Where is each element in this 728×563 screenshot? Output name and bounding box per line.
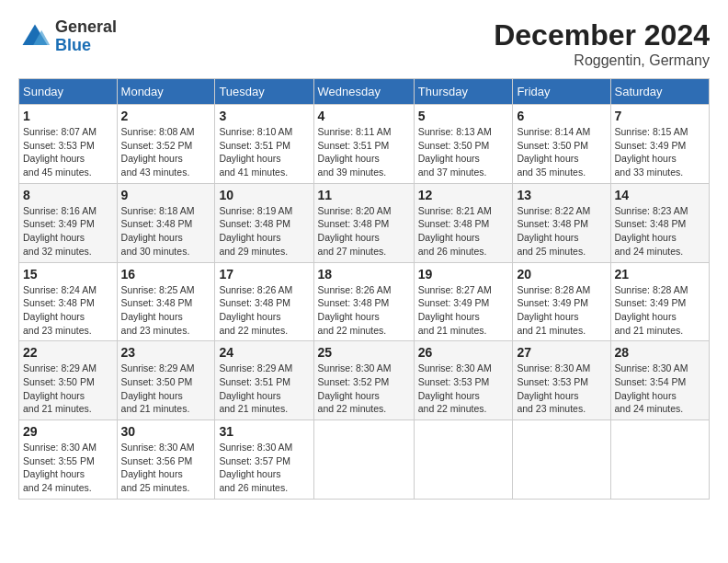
table-row: 18 Sunrise: 8:26 AM Sunset: 3:48 PM Dayl… (313, 262, 414, 341)
header-tuesday: Tuesday (215, 79, 313, 105)
day-number: 21 (615, 267, 705, 282)
table-row: 27 Sunrise: 8:30 AM Sunset: 3:53 PM Dayl… (513, 341, 610, 420)
calendar-header-row: Sunday Monday Tuesday Wednesday Thursday… (19, 79, 710, 105)
day-info: Sunrise: 8:30 AM Sunset: 3:52 PM Dayligh… (318, 362, 410, 416)
table-row: 28 Sunrise: 8:30 AM Sunset: 3:54 PM Dayl… (610, 341, 709, 420)
day-info: Sunrise: 8:23 AM Sunset: 3:48 PM Dayligh… (615, 204, 705, 259)
day-info: Sunrise: 8:30 AM Sunset: 3:53 PM Dayligh… (418, 362, 509, 416)
table-row: 5 Sunrise: 8:13 AM Sunset: 3:50 PM Dayli… (414, 105, 513, 184)
day-info: Sunrise: 8:18 AM Sunset: 3:48 PM Dayligh… (121, 204, 211, 259)
day-info: Sunrise: 8:28 AM Sunset: 3:49 PM Dayligh… (517, 283, 606, 338)
table-row: 1 Sunrise: 8:07 AM Sunset: 3:53 PM Dayli… (19, 105, 118, 184)
table-row: 3 Sunrise: 8:10 AM Sunset: 3:51 PM Dayli… (215, 105, 313, 184)
day-number: 19 (418, 267, 509, 282)
day-info: Sunrise: 8:29 AM Sunset: 3:51 PM Dayligh… (219, 362, 309, 416)
table-row: 16 Sunrise: 8:25 AM Sunset: 3:48 PM Dayl… (117, 262, 215, 341)
day-info: Sunrise: 8:08 AM Sunset: 3:52 PM Dayligh… (121, 125, 211, 179)
day-number: 25 (318, 345, 410, 360)
day-info: Sunrise: 8:16 AM Sunset: 3:49 PM Dayligh… (23, 204, 113, 259)
table-row: 9 Sunrise: 8:18 AM Sunset: 3:48 PM Dayli… (117, 183, 215, 262)
day-info: Sunrise: 8:29 AM Sunset: 3:50 PM Dayligh… (23, 362, 113, 416)
day-number: 15 (23, 267, 113, 282)
calendar-week-1: 1 Sunrise: 8:07 AM Sunset: 3:53 PM Dayli… (19, 105, 710, 184)
table-row: 6 Sunrise: 8:14 AM Sunset: 3:50 PM Dayli… (513, 105, 610, 184)
day-number: 31 (219, 424, 309, 439)
day-number: 12 (418, 188, 509, 202)
day-info: Sunrise: 8:11 AM Sunset: 3:51 PM Dayligh… (318, 125, 410, 179)
table-row: 22 Sunrise: 8:29 AM Sunset: 3:50 PM Dayl… (19, 341, 118, 420)
day-number: 22 (23, 345, 113, 360)
day-info: Sunrise: 8:25 AM Sunset: 3:48 PM Dayligh… (121, 283, 211, 338)
table-row (610, 420, 709, 500)
table-row (513, 420, 610, 500)
table-row: 4 Sunrise: 8:11 AM Sunset: 3:51 PM Dayli… (313, 105, 414, 184)
day-info: Sunrise: 8:26 AM Sunset: 3:48 PM Dayligh… (219, 283, 309, 338)
day-info: Sunrise: 8:26 AM Sunset: 3:48 PM Dayligh… (318, 283, 410, 338)
day-info: Sunrise: 8:22 AM Sunset: 3:48 PM Dayligh… (517, 204, 606, 259)
day-info: Sunrise: 8:28 AM Sunset: 3:49 PM Dayligh… (615, 283, 705, 338)
header-monday: Monday (117, 79, 215, 105)
table-row: 7 Sunrise: 8:15 AM Sunset: 3:49 PM Dayli… (610, 105, 709, 184)
day-number: 26 (418, 345, 509, 360)
day-number: 3 (219, 109, 309, 123)
logo-blue-text: Blue (55, 37, 117, 55)
table-row: 8 Sunrise: 8:16 AM Sunset: 3:49 PM Dayli… (19, 183, 118, 262)
day-number: 24 (219, 345, 309, 360)
day-info: Sunrise: 8:30 AM Sunset: 3:56 PM Dayligh… (121, 441, 211, 495)
table-row (313, 420, 414, 500)
day-number: 10 (219, 188, 309, 202)
header-saturday: Saturday (610, 79, 709, 105)
table-row: 30 Sunrise: 8:30 AM Sunset: 3:56 PM Dayl… (117, 420, 215, 500)
table-row: 19 Sunrise: 8:27 AM Sunset: 3:49 PM Dayl… (414, 262, 513, 341)
page-header: General Blue December 2024 Roggentin, Ge… (18, 18, 710, 69)
day-number: 8 (23, 188, 113, 202)
day-number: 18 (318, 267, 410, 282)
day-info: Sunrise: 8:30 AM Sunset: 3:57 PM Dayligh… (219, 441, 309, 495)
table-row: 13 Sunrise: 8:22 AM Sunset: 3:48 PM Dayl… (513, 183, 610, 262)
logo-icon (18, 20, 51, 53)
day-info: Sunrise: 8:14 AM Sunset: 3:50 PM Dayligh… (517, 125, 606, 179)
day-number: 17 (219, 267, 309, 282)
day-number: 6 (517, 109, 606, 123)
calendar-week-5: 29 Sunrise: 8:30 AM Sunset: 3:55 PM Dayl… (19, 420, 710, 500)
logo: General Blue (18, 18, 117, 55)
day-number: 13 (517, 188, 606, 202)
table-row: 12 Sunrise: 8:21 AM Sunset: 3:48 PM Dayl… (414, 183, 513, 262)
day-info: Sunrise: 8:20 AM Sunset: 3:48 PM Dayligh… (318, 204, 410, 259)
table-row: 25 Sunrise: 8:30 AM Sunset: 3:52 PM Dayl… (313, 341, 414, 420)
table-row (414, 420, 513, 500)
table-row: 14 Sunrise: 8:23 AM Sunset: 3:48 PM Dayl… (610, 183, 709, 262)
day-info: Sunrise: 8:24 AM Sunset: 3:48 PM Dayligh… (23, 283, 113, 338)
day-info: Sunrise: 8:13 AM Sunset: 3:50 PM Dayligh… (418, 125, 509, 179)
day-number: 9 (121, 188, 211, 202)
table-row: 21 Sunrise: 8:28 AM Sunset: 3:49 PM Dayl… (610, 262, 709, 341)
day-number: 20 (517, 267, 606, 282)
day-info: Sunrise: 8:10 AM Sunset: 3:51 PM Dayligh… (219, 125, 309, 179)
table-row: 17 Sunrise: 8:26 AM Sunset: 3:48 PM Dayl… (215, 262, 313, 341)
table-row: 26 Sunrise: 8:30 AM Sunset: 3:53 PM Dayl… (414, 341, 513, 420)
day-number: 23 (121, 345, 211, 360)
calendar-table: Sunday Monday Tuesday Wednesday Thursday… (18, 78, 710, 500)
table-row: 10 Sunrise: 8:19 AM Sunset: 3:48 PM Dayl… (215, 183, 313, 262)
table-row: 24 Sunrise: 8:29 AM Sunset: 3:51 PM Dayl… (215, 341, 313, 420)
logo-general-text: General (55, 18, 117, 37)
day-number: 7 (615, 109, 705, 123)
month-title: December 2024 (494, 18, 710, 52)
day-number: 29 (23, 424, 113, 439)
day-info: Sunrise: 8:07 AM Sunset: 3:53 PM Dayligh… (23, 125, 113, 179)
header-sunday: Sunday (19, 79, 118, 105)
table-row: 23 Sunrise: 8:29 AM Sunset: 3:50 PM Dayl… (117, 341, 215, 420)
day-info: Sunrise: 8:30 AM Sunset: 3:54 PM Dayligh… (615, 362, 705, 416)
day-info: Sunrise: 8:30 AM Sunset: 3:53 PM Dayligh… (517, 362, 606, 416)
day-info: Sunrise: 8:15 AM Sunset: 3:49 PM Dayligh… (615, 125, 705, 179)
day-number: 5 (418, 109, 509, 123)
day-number: 2 (121, 109, 211, 123)
day-number: 4 (318, 109, 410, 123)
day-number: 27 (517, 345, 606, 360)
day-info: Sunrise: 8:27 AM Sunset: 3:49 PM Dayligh… (418, 283, 509, 338)
title-section: December 2024 Roggentin, Germany (494, 18, 710, 69)
table-row: 11 Sunrise: 8:20 AM Sunset: 3:48 PM Dayl… (313, 183, 414, 262)
day-info: Sunrise: 8:21 AM Sunset: 3:48 PM Dayligh… (418, 204, 509, 259)
day-info: Sunrise: 8:19 AM Sunset: 3:48 PM Dayligh… (219, 204, 309, 259)
day-info: Sunrise: 8:29 AM Sunset: 3:50 PM Dayligh… (121, 362, 211, 416)
